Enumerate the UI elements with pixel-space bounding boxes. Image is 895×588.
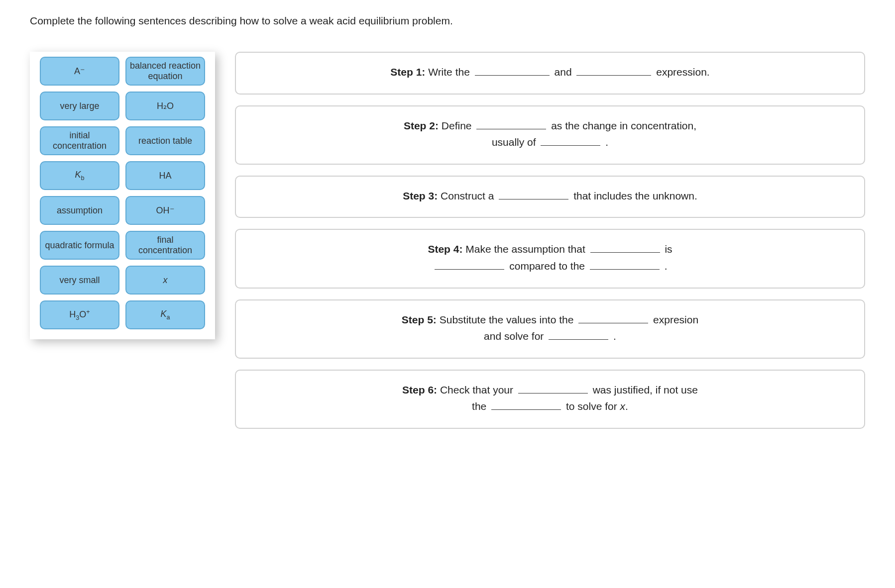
step-4-blank-1[interactable] bbox=[590, 243, 660, 253]
step-2-text-d: . bbox=[605, 136, 608, 148]
step-3-text-b: that includes the unknown. bbox=[573, 190, 697, 201]
main-layout: A⁻ balanced reaction equation very large… bbox=[30, 52, 865, 429]
tile-initial-concentration[interactable]: initial concentration bbox=[40, 126, 119, 155]
step-2-blank-1[interactable] bbox=[476, 119, 546, 129]
step-4-text-a: Make the assumption that bbox=[465, 243, 585, 255]
step-3-text-a: Construct a bbox=[441, 190, 494, 201]
tile-h3o-rest: O bbox=[79, 309, 86, 319]
step-6-label: Step 6: bbox=[402, 384, 437, 395]
tile-x[interactable]: x bbox=[125, 266, 205, 294]
step-5-text-d: . bbox=[613, 330, 616, 342]
step-2-text-b: as the change in concentration, bbox=[551, 120, 696, 131]
step-6-text-f: . bbox=[625, 400, 628, 412]
step-4-label: Step 4: bbox=[428, 243, 462, 255]
step-6-text-a: Check that your bbox=[440, 384, 513, 395]
step-5-label: Step 5: bbox=[402, 314, 437, 325]
tile-kb-base: K bbox=[75, 170, 81, 180]
tile-oh-minus[interactable]: OH⁻ bbox=[125, 196, 205, 225]
step-1-text-a: Write the bbox=[428, 66, 470, 78]
step-2-text-a: Define bbox=[442, 120, 472, 131]
tile-h3o-plus[interactable]: H3O+ bbox=[40, 300, 119, 329]
steps-panel: Step 1: Write the and expression. Step 2… bbox=[235, 52, 865, 429]
tile-final-concentration[interactable]: final concentration bbox=[125, 231, 205, 260]
step-2-text-c: usually of bbox=[492, 136, 536, 148]
page-root: Complete the following sentences describ… bbox=[0, 0, 895, 449]
tile-very-large[interactable]: very large bbox=[40, 92, 119, 120]
tile-h3o-base: H bbox=[69, 309, 76, 319]
step-1-blank-1[interactable] bbox=[475, 66, 550, 76]
step-2-box[interactable]: Step 2: Define as the change in concentr… bbox=[235, 105, 865, 165]
step-4-text-d: . bbox=[665, 260, 668, 272]
step-1-text-c: expression. bbox=[656, 66, 709, 78]
instruction-text: Complete the following sentences describ… bbox=[30, 15, 865, 27]
step-6-text-c: the bbox=[472, 400, 486, 412]
tile-kb-sub: b bbox=[81, 175, 85, 182]
step-5-blank-2[interactable] bbox=[549, 330, 608, 340]
tile-x-label: x bbox=[163, 275, 168, 286]
step-5-blank-1[interactable] bbox=[578, 313, 648, 323]
tile-assumption[interactable]: assumption bbox=[40, 196, 119, 225]
step-6-text-b: was justified, if not use bbox=[593, 384, 698, 395]
tile-reaction-table[interactable]: reaction table bbox=[125, 126, 205, 155]
tile-ka-base: K bbox=[160, 309, 166, 319]
step-2-blank-2[interactable] bbox=[541, 136, 600, 146]
tiles-grid: A⁻ balanced reaction equation very large… bbox=[40, 57, 205, 329]
step-1-blank-2[interactable] bbox=[576, 66, 651, 76]
step-4-text-c: compared to the bbox=[509, 260, 585, 272]
step-6-box[interactable]: Step 6: Check that your was justified, i… bbox=[235, 370, 865, 429]
step-1-label: Step 1: bbox=[390, 66, 425, 78]
tile-a-minus[interactable]: A⁻ bbox=[40, 57, 119, 86]
step-2-label: Step 2: bbox=[404, 120, 439, 131]
step-5-box[interactable]: Step 5: Substitute the values into the e… bbox=[235, 299, 865, 359]
step-5-text-c: and solve for bbox=[484, 330, 544, 342]
tile-balanced-reaction-equation[interactable]: balanced reaction equation bbox=[125, 57, 205, 86]
step-4-text-b: is bbox=[665, 243, 672, 255]
tile-ha[interactable]: HA bbox=[125, 161, 205, 190]
step-4-box[interactable]: Step 4: Make the assumption that is comp… bbox=[235, 229, 865, 288]
step-5-text-b: expresion bbox=[653, 314, 698, 325]
step-4-blank-2[interactable] bbox=[435, 260, 504, 270]
step-6-text-d: to solve for bbox=[566, 400, 617, 412]
step-6-blank-1[interactable] bbox=[518, 384, 588, 393]
tile-quadratic-formula[interactable]: quadratic formula bbox=[40, 231, 119, 260]
tile-ka[interactable]: Ka bbox=[125, 300, 205, 329]
step-5-text-a: Substitute the values into the bbox=[440, 314, 574, 325]
step-3-label: Step 3: bbox=[403, 190, 438, 201]
tile-h2o[interactable]: H₂O bbox=[125, 92, 205, 120]
step-3-blank-1[interactable] bbox=[499, 190, 568, 199]
tile-h3o-sup: + bbox=[86, 308, 90, 315]
tile-very-small[interactable]: very small bbox=[40, 266, 119, 294]
tile-kb[interactable]: Kb bbox=[40, 161, 119, 190]
step-6-text-e: x bbox=[620, 400, 626, 412]
step-1-text-b: and bbox=[555, 66, 572, 78]
step-6-blank-2[interactable] bbox=[491, 400, 561, 410]
step-1-box[interactable]: Step 1: Write the and expression. bbox=[235, 52, 865, 95]
step-3-box[interactable]: Step 3: Construct a that includes the un… bbox=[235, 176, 865, 218]
step-4-blank-3[interactable] bbox=[590, 260, 660, 270]
tiles-panel: A⁻ balanced reaction equation very large… bbox=[30, 52, 215, 339]
tile-ka-sub: a bbox=[167, 314, 170, 321]
